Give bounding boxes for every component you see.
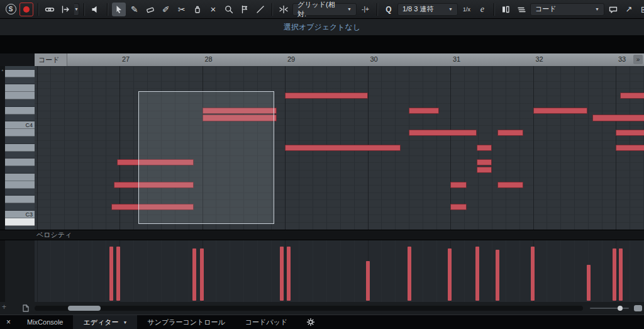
object-selection-tool[interactable] [112,3,126,16]
velocity-bar[interactable] [531,247,535,301]
piano-key-G3[interactable] [5,159,35,166]
chord-track-header[interactable]: コード [35,53,67,66]
midi-note-E4[interactable] [620,92,644,99]
piano-key-F#4[interactable] [5,77,35,85]
velocity-bar[interactable] [200,248,204,301]
open-in-separate-window-button[interactable]: ↗ [622,3,636,16]
midi-note-G3[interactable] [477,159,492,165]
piano-key-F4[interactable] [5,84,35,92]
piano-key-C4[interactable]: C4 [5,121,35,129]
snap-toggle-button[interactable] [277,3,291,16]
piano-key-C3[interactable]: C3 [5,211,35,218]
velocity-bar[interactable] [496,250,499,301]
piano-key-B3[interactable] [5,129,35,137]
midi-note-A3[interactable] [616,145,644,151]
piano-key-A3[interactable] [5,144,35,152]
controller-lane-header[interactable]: ベロシティ [0,230,644,240]
velocity-bar[interactable] [408,247,411,301]
edit-channel-settings-button[interactable]: e [475,3,489,16]
piano-key-D3[interactable] [5,196,35,203]
line-tool[interactable] [253,3,267,16]
acoustic-feedback-button[interactable] [89,3,103,16]
piano-key-B2[interactable] [5,218,35,226]
snap-type-dropdown[interactable]: グリッド(相対. ▼ [292,3,357,16]
auto-scroll-options-dropdown[interactable]: ▼ [74,3,79,16]
tab-mixconsole[interactable]: MixConsole [17,315,73,329]
piano-key-D4[interactable] [5,107,35,114]
auto-scroll-button[interactable] [58,3,72,16]
iterative-quantize-button[interactable]: Q [382,3,396,16]
piano-key-G#3[interactable] [5,152,35,159]
link-button[interactable] [43,3,57,16]
tab-editor[interactable]: エディター ▼ [73,315,137,329]
quantize-preset-dropdown[interactable]: 1/8 3 連符 ▼ [397,3,458,16]
midi-note-C#4[interactable] [592,114,644,121]
velocity-bar[interactable] [613,248,616,301]
piano-key-D#3[interactable] [5,189,35,196]
piano-key-C#3[interactable] [5,203,35,211]
velocity-bar[interactable] [192,248,196,301]
midi-note-B3[interactable] [409,130,477,136]
zoom-tool[interactable] [222,3,236,16]
glue-tool[interactable] [191,3,204,16]
piano-key-D#4[interactable] [5,99,35,107]
velocity-bar[interactable] [109,247,113,301]
erase-tool[interactable] [143,3,157,16]
event-colors-dropdown[interactable]: コード ▼ [530,3,604,16]
tab-chord-pads[interactable]: コードパッド [235,315,297,329]
velocity-bar[interactable] [287,247,291,301]
piano-key-E3[interactable] [5,181,35,189]
horizontal-scrollbar[interactable] [35,306,583,311]
velocity-bar[interactable] [280,247,284,301]
mute-tool[interactable]: × [206,3,220,16]
velocity-lane[interactable] [35,240,644,302]
ruler-scroll-button[interactable]: » [633,55,643,64]
midi-note-B3[interactable] [497,130,523,136]
velocity-bar[interactable] [116,247,120,301]
tab-sampler-control[interactable]: サンプラーコントロール [137,315,235,329]
piano-key-F#3[interactable] [5,166,35,174]
midi-note-B3[interactable] [616,130,644,136]
velocity-bar[interactable] [619,248,623,301]
velocity-bar[interactable] [366,261,370,301]
velocity-bar[interactable] [587,265,591,301]
midi-note-E3[interactable] [497,182,523,188]
midi-note-E3[interactable] [450,182,467,188]
midi-note-D4[interactable] [533,108,588,114]
solo-editor-button[interactable]: S [4,3,18,16]
part-borders-button[interactable] [499,3,513,16]
snap-offset-button[interactable]: -|+ [358,3,372,16]
timeline-ruler[interactable]: 27282930313233 コード » [35,53,644,67]
window-layout-button[interactable]: ⊞ [638,3,644,16]
piano-keyboard[interactable]: C4C3 [5,66,35,230]
piano-key-C#4[interactable] [5,114,35,122]
add-lane-icon[interactable]: + [2,303,6,311]
length-quantize-button[interactable]: 1/x [460,3,474,16]
close-lower-zone-button[interactable]: × [0,318,17,326]
trim-tool[interactable]: ✐ [159,3,173,16]
velocity-bar[interactable] [475,247,479,301]
notepad-button[interactable] [606,3,620,16]
midi-note-D4[interactable] [409,108,438,114]
velocity-bar[interactable] [448,248,452,301]
midi-note-C#3[interactable] [450,204,467,210]
note-grid[interactable] [35,66,644,230]
edit-active-part-button[interactable] [514,3,528,16]
zoom-slider-thumb[interactable] [618,306,623,311]
page-icon[interactable] [21,304,30,313]
time-warp-tool[interactable] [238,3,252,16]
midi-note-F#3[interactable] [477,167,492,173]
piano-key-A#3[interactable] [5,137,35,144]
midi-note-E4[interactable] [285,92,368,99]
horizontal-zoom-slider[interactable] [590,308,629,309]
piano-key-E4[interactable] [5,92,35,99]
horizontal-scrollbar-thumb[interactable] [68,306,101,311]
piano-key-G4[interactable] [5,70,35,77]
midi-note-A3[interactable] [285,145,401,151]
vertical-zoom-thumb[interactable] [634,305,642,311]
midi-note-A3[interactable] [477,145,492,151]
record-in-editor-button[interactable] [19,3,33,16]
split-tool[interactable]: ✂ [175,3,189,16]
piano-key-F3[interactable] [5,174,35,181]
draw-tool[interactable]: ✎ [128,3,142,16]
